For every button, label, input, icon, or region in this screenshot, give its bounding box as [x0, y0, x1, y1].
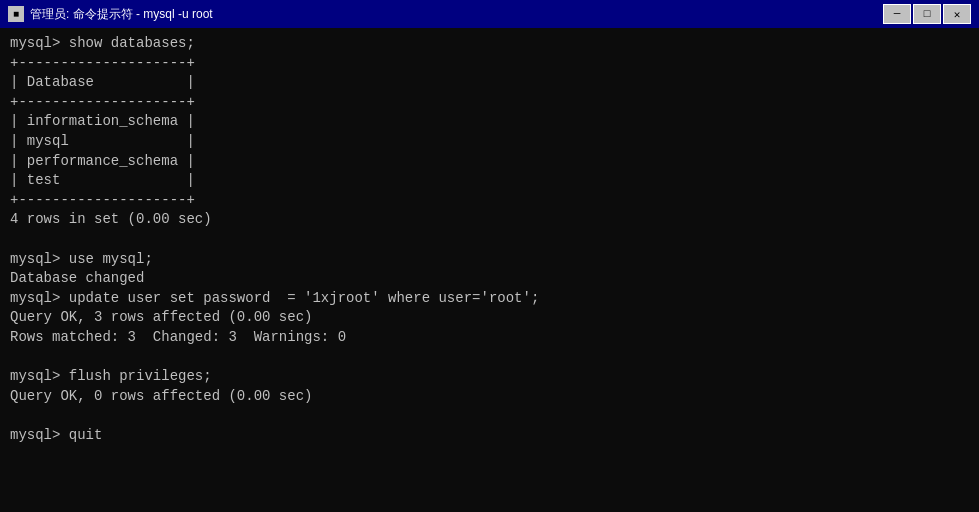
terminal-line: | performance_schema | [10, 152, 969, 172]
terminal-line: +--------------------+ [10, 54, 969, 74]
title-bar-text: 管理员: 命令提示符 - mysql -u root [30, 6, 213, 23]
terminal-line: | Database | [10, 73, 969, 93]
close-button[interactable]: ✕ [943, 4, 971, 24]
terminal-line: +--------------------+ [10, 93, 969, 113]
terminal-line: | mysql | [10, 132, 969, 152]
terminal-line: | test | [10, 171, 969, 191]
terminal-line: +--------------------+ [10, 191, 969, 211]
terminal-line [10, 406, 969, 426]
terminal-line: mysql> use mysql; [10, 250, 969, 270]
terminal-line: mysql> show databases; [10, 34, 969, 54]
terminal-line: Query OK, 3 rows affected (0.00 sec) [10, 308, 969, 328]
terminal-line: | information_schema | [10, 112, 969, 132]
maximize-button[interactable]: □ [913, 4, 941, 24]
terminal-line: 4 rows in set (0.00 sec) [10, 210, 969, 230]
minimize-button[interactable]: ─ [883, 4, 911, 24]
terminal-body[interactable]: mysql> show databases;+-----------------… [0, 28, 979, 512]
terminal-line: Query OK, 0 rows affected (0.00 sec) [10, 387, 969, 407]
title-bar-buttons: ─ □ ✕ [883, 4, 971, 24]
title-bar: ■ 管理员: 命令提示符 - mysql -u root ─ □ ✕ [0, 0, 979, 28]
terminal-icon: ■ [8, 6, 24, 22]
terminal-line: mysql> update user set password = '1xjro… [10, 289, 969, 309]
title-bar-left: ■ 管理员: 命令提示符 - mysql -u root [8, 6, 213, 23]
terminal-line: Database changed [10, 269, 969, 289]
window: ■ 管理员: 命令提示符 - mysql -u root ─ □ ✕ mysql… [0, 0, 979, 512]
terminal-line [10, 445, 969, 465]
terminal-line [10, 348, 969, 368]
terminal-line: mysql> quit [10, 426, 969, 446]
terminal-line [10, 230, 969, 250]
terminal-line: Rows matched: 3 Changed: 3 Warnings: 0 [10, 328, 969, 348]
terminal-line: mysql> flush privileges; [10, 367, 969, 387]
